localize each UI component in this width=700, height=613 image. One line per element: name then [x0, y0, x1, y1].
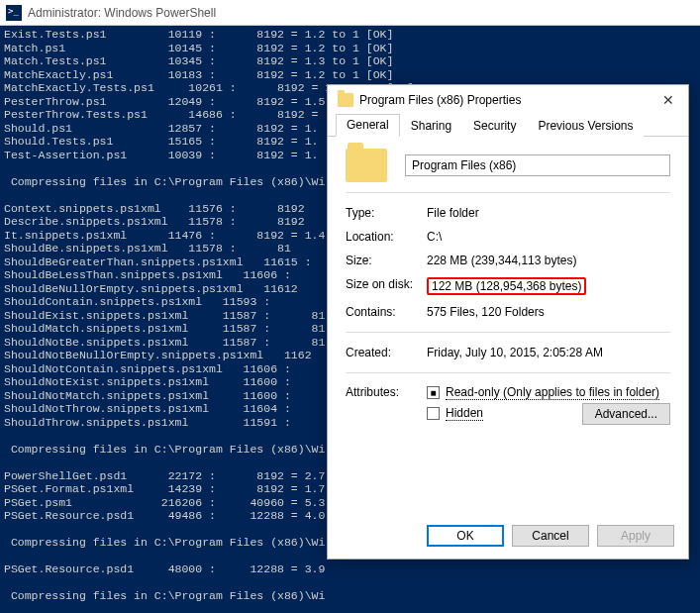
- readonly-label: Read-only (Only applies to files in fold…: [446, 385, 659, 400]
- type-label: Type:: [346, 206, 427, 220]
- created-label: Created:: [346, 346, 427, 359]
- close-icon[interactable]: ✕: [658, 92, 678, 108]
- folder-name-input[interactable]: [405, 154, 670, 176]
- readonly-checkbox[interactable]: ■ Read-only (Only applies to files in fo…: [427, 385, 670, 400]
- powershell-icon: [6, 5, 22, 21]
- tab-security[interactable]: Security: [462, 115, 527, 137]
- ok-button[interactable]: OK: [427, 525, 504, 547]
- location-value: C:\: [427, 230, 670, 244]
- folder-icon: [338, 93, 353, 107]
- properties-tabbar: General Sharing Security Previous Versio…: [328, 115, 688, 137]
- size-on-disk-label: Size on disk:: [346, 277, 427, 295]
- advanced-button[interactable]: Advanced...: [582, 403, 670, 425]
- tab-general[interactable]: General: [336, 114, 400, 137]
- properties-title: Program Files (x86) Properties: [359, 93, 521, 107]
- cancel-button[interactable]: Cancel: [512, 525, 589, 547]
- contains-label: Contains:: [346, 305, 427, 319]
- divider: [346, 372, 670, 373]
- powershell-titlebar[interactable]: Administrator: Windows PowerShell: [0, 0, 700, 26]
- contains-value: 575 Files, 120 Folders: [427, 305, 670, 319]
- folder-large-icon: [346, 149, 387, 182]
- hidden-label: Hidden: [446, 406, 483, 421]
- attributes-label: Attributes:: [346, 385, 427, 399]
- type-value: File folder: [427, 206, 670, 220]
- checkbox-indeterminate-icon: ■: [427, 386, 440, 399]
- checkbox-empty-icon: [427, 407, 440, 420]
- properties-content: Type:File folder Location:C:\ Size:228 M…: [328, 137, 688, 437]
- apply-button[interactable]: Apply: [597, 525, 674, 547]
- divider: [346, 332, 670, 333]
- divider: [346, 192, 670, 193]
- size-label: Size:: [346, 254, 427, 267]
- tab-previous-versions[interactable]: Previous Versions: [527, 115, 644, 137]
- size-on-disk-highlight: 122 MB (128,954,368 bytes): [427, 277, 586, 295]
- tab-sharing[interactable]: Sharing: [400, 115, 462, 137]
- location-label: Location:: [346, 230, 427, 244]
- powershell-title: Administrator: Windows PowerShell: [28, 6, 216, 20]
- dialog-buttons: OK Cancel Apply: [427, 525, 674, 547]
- created-value: Friday, July 10, 2015, 2:05:28 AM: [427, 346, 670, 359]
- size-value: 228 MB (239,344,113 bytes): [427, 254, 670, 267]
- properties-dialog: Program Files (x86) Properties ✕ General…: [327, 84, 689, 560]
- properties-titlebar[interactable]: Program Files (x86) Properties ✕: [328, 85, 688, 115]
